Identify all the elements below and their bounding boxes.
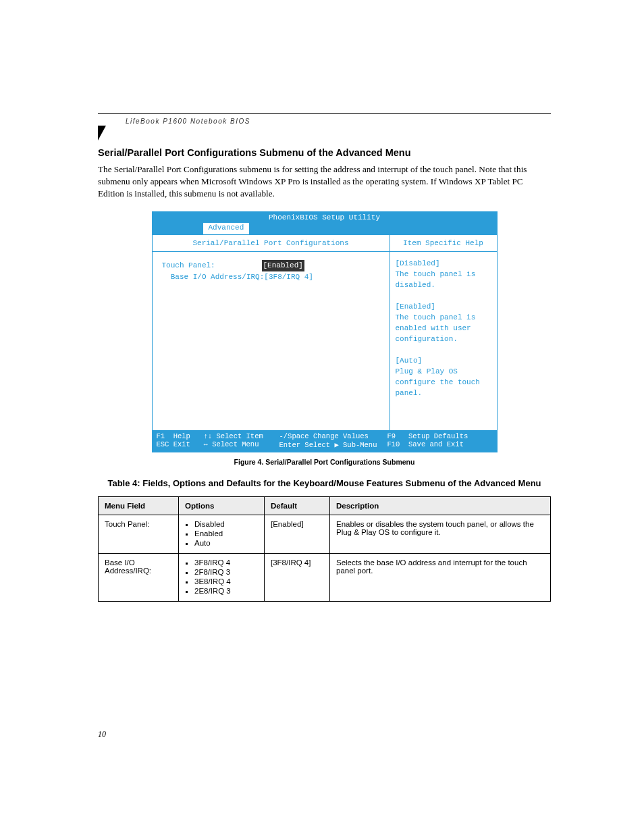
bios-title: PhoenixBIOS Setup Utility bbox=[153, 212, 497, 223]
bios-footer: F1 Help ↑↓ Select Item -/Space Change Va… bbox=[153, 430, 497, 452]
th-menu-field: Menu Field bbox=[99, 497, 179, 515]
bios-tab-spacer bbox=[153, 223, 203, 234]
figure-caption: Figure 4. Serial/Parallel Port Configura… bbox=[98, 458, 551, 466]
table-header-row: Menu Field Options Default Description bbox=[99, 497, 551, 515]
bios-key-updown: ↑↓ bbox=[204, 432, 213, 440]
document-page: LifeBook P1600 Notebook BIOS Serial/Para… bbox=[0, 0, 644, 834]
bios-footer-row1: F1 Help ↑↓ Select Item -/Space Change Va… bbox=[157, 432, 493, 440]
bios-screenshot: PhoenixBIOS Setup Utility Advanced Seria… bbox=[152, 211, 498, 452]
bios-settings-list: Touch Panel: [Enabled] Base I/O Address/… bbox=[153, 252, 390, 430]
th-description: Description bbox=[330, 497, 551, 515]
bios-tab-bar: Advanced bbox=[153, 223, 497, 234]
section-title: Serial/Parallel Port Configurations Subm… bbox=[98, 147, 551, 158]
page-content: Serial/Parallel Port Configurations Subm… bbox=[98, 147, 551, 602]
cell-default: [3F8/IRQ 4] bbox=[265, 554, 330, 602]
cell-description: Enables or disables the system touch pan… bbox=[330, 515, 551, 554]
bios-value: [3F8/IRQ 4] bbox=[264, 271, 313, 283]
table-row: Base I/O Address/IRQ: 3F8/IRQ 4 2F8/IRQ … bbox=[99, 554, 551, 602]
cell-description: Selects the base I/O address and interru… bbox=[330, 554, 551, 602]
cell-options: Disabled Enabled Auto bbox=[179, 515, 265, 554]
cell-options: 3F8/IRQ 4 2F8/IRQ 3 3E8/IRQ 4 2E8/IRQ 3 bbox=[179, 554, 265, 602]
bios-key-leftright: ↔ bbox=[204, 440, 208, 448]
bios-key-space: -/Space bbox=[279, 432, 309, 440]
bios-right-heading: Item Specific Help bbox=[390, 235, 497, 252]
th-options: Options bbox=[179, 497, 265, 515]
intro-paragraph: The Serial/Parallel Port Configurations … bbox=[98, 163, 551, 199]
option-item: 2E8/IRQ 3 bbox=[194, 587, 258, 595]
option-item: 3F8/IRQ 4 bbox=[194, 558, 258, 567]
cell-default: [Enabled] bbox=[265, 515, 330, 554]
bios-key-f1: F1 bbox=[157, 432, 165, 440]
bios-key-f10: F10 bbox=[387, 440, 400, 448]
bios-row-base-io: Base I/O Address/IRQ: [3F8/IRQ 4] bbox=[162, 271, 380, 283]
cell-menu-field: Touch Panel: bbox=[99, 515, 179, 554]
bios-label: Touch Panel: bbox=[162, 260, 262, 271]
cell-menu-field: Base I/O Address/IRQ: bbox=[99, 554, 179, 602]
th-default: Default bbox=[265, 497, 330, 515]
option-item: 2F8/IRQ 3 bbox=[194, 568, 258, 576]
bios-left-pane: Serial/Parallel Port Configurations Touc… bbox=[153, 235, 390, 430]
bios-tab-fill bbox=[249, 223, 496, 234]
bios-value-selected: [Enabled] bbox=[262, 260, 304, 271]
table-title: Table 4: Fields, Options and Defaults fo… bbox=[98, 478, 551, 488]
bios-action-select-menu: Select Menu bbox=[212, 440, 259, 448]
bios-action-select-item: Select Item bbox=[216, 432, 263, 440]
wedge-icon bbox=[98, 126, 106, 140]
bios-row-touch-panel: Touch Panel: [Enabled] bbox=[162, 260, 380, 271]
options-table: Menu Field Options Default Description T… bbox=[98, 496, 551, 602]
bios-help-text: [Disabled] The touch panel is disabled. … bbox=[390, 252, 497, 405]
bios-action-save-exit: Save and Exit bbox=[408, 440, 464, 448]
bios-label: Base I/O Address/IRQ: bbox=[162, 271, 265, 283]
option-item: Auto bbox=[194, 539, 258, 547]
bios-key-enter: Enter bbox=[279, 441, 301, 449]
bios-footer-row2: ESC Exit ↔ Select Menu Enter Select ▶ Su… bbox=[157, 440, 493, 449]
table-row: Touch Panel: Disabled Enabled Auto [Enab… bbox=[99, 515, 551, 554]
page-number: 10 bbox=[98, 729, 106, 739]
bios-body: Serial/Parallel Port Configurations Touc… bbox=[153, 234, 497, 430]
bios-key-esc: ESC bbox=[157, 440, 169, 448]
bios-action-change-values: Change Values bbox=[313, 432, 369, 440]
bios-help-pane: Item Specific Help [Disabled] The touch … bbox=[390, 235, 497, 430]
bios-tab-advanced: Advanced bbox=[203, 223, 250, 234]
bios-action-setup-defaults: Setup Defaults bbox=[408, 432, 468, 440]
option-item: Disabled bbox=[194, 520, 258, 528]
header-rule bbox=[98, 113, 551, 114]
bios-action-help: Help bbox=[173, 432, 190, 440]
bios-key-f9: F9 bbox=[387, 432, 396, 440]
option-item: 3E8/IRQ 4 bbox=[194, 577, 258, 585]
bios-action-exit: Exit bbox=[173, 440, 190, 448]
running-header: LifeBook P1600 Notebook BIOS bbox=[126, 118, 250, 125]
option-item: Enabled bbox=[194, 529, 258, 538]
bios-action-select-submenu: Select ▶ Sub-Menu bbox=[304, 441, 377, 449]
bios-left-heading: Serial/Parallel Port Configurations bbox=[153, 235, 390, 252]
